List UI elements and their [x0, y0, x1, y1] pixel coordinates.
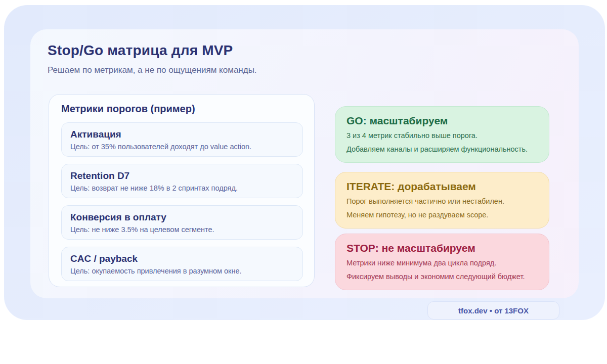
metrics-panel: Метрики порогов (пример) Активация Цель:…	[49, 94, 315, 287]
decision-line: Добавляем каналы и расширяем функциональ…	[346, 144, 538, 154]
decision-box-iterate: ITERATE: дорабатываем Порог выполняется …	[335, 172, 549, 229]
decision-line: 3 из 4 метрик стабильно выше порога.	[346, 130, 538, 141]
decision-title: ITERATE: дорабатываем	[346, 180, 538, 193]
decision-box-go: GO: масштабируем 3 из 4 метрик стабильно…	[335, 106, 549, 163]
metric-name: Активация	[70, 128, 294, 141]
metric-goal: Цель: окупаемость привлечения в разумном…	[70, 267, 294, 275]
metrics-panel-heading: Метрики порогов (пример)	[61, 103, 302, 115]
decision-box-stop: STOP: не масштабируем Метрики ниже миним…	[335, 234, 549, 290]
decision-line: Метрики ниже минимума два цикла подряд.	[346, 258, 538, 268]
decision-line: Меняем гипотезу, но не раздуваем scope.	[346, 210, 538, 220]
metric-goal: Цель: от 35% пользователей доходят до va…	[70, 143, 294, 151]
metric-name: Retention D7	[70, 170, 294, 182]
metric-card-retention-d7: Retention D7 Цель: возврат не ниже 18% в…	[61, 164, 303, 198]
metric-goal: Цель: не ниже 3.5% на целевом сегменте.	[70, 225, 294, 234]
metric-card-activation: Активация Цель: от 35% пользователей дох…	[61, 122, 303, 157]
brand-badge: tfox.dev • от 13FOX	[427, 301, 559, 320]
metric-card-cac-payback: CAC / payback Цель: окупаемость привлече…	[61, 247, 303, 281]
decision-title: STOP: не масштабируем	[346, 242, 538, 255]
metric-name: Конверсия в оплату	[70, 211, 294, 223]
metric-card-payment-conversion: Конверсия в оплату Цель: не ниже 3.5% на…	[61, 205, 303, 240]
metric-name: CAC / payback	[70, 253, 294, 265]
decision-line: Порог выполняется частично или нестабиле…	[346, 196, 538, 206]
metric-goal: Цель: возврат не ниже 18% в 2 спринтах п…	[70, 184, 294, 192]
brand-badge-label: tfox.dev • от 13FOX	[458, 306, 529, 315]
decision-title: GO: масштабируем	[346, 114, 538, 127]
page-title: Stop/Go матрица для MVP	[48, 42, 233, 59]
decision-line: Фиксируем выводы и экономим следующий бю…	[346, 271, 538, 282]
page-subtitle: Решаем по метрикам, а не по ощущениям ко…	[48, 65, 257, 75]
